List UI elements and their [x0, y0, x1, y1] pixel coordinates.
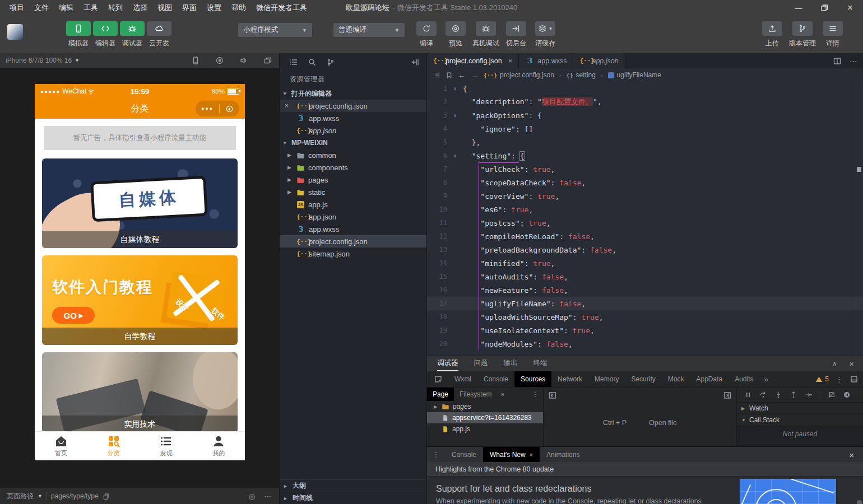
tree-file-app.js[interactable]: JSapp.js — [280, 198, 426, 211]
kebab-menu-icon[interactable]: ⋮ — [427, 451, 445, 459]
devtools-tab-Security[interactable]: Security — [625, 371, 661, 387]
debugger-tab-输出[interactable]: 输出 — [504, 356, 518, 371]
code-editor[interactable]: 1 ∨ { 2 "description": "项目配置文件。", 3 ∨ "p… — [427, 82, 863, 356]
debugger-tab-问题[interactable]: 问题 — [474, 356, 488, 371]
devtools-tab-Mock[interactable]: Mock — [662, 371, 690, 387]
editor-tab-app.wxss[interactable]: Зapp.wxss — [519, 53, 573, 68]
action-background-icon[interactable]: 切后台 — [502, 21, 531, 48]
phone-tab-category-icon[interactable]: 分类 — [87, 432, 140, 460]
bookmark-icon[interactable] — [446, 72, 453, 79]
action-layers-icon[interactable]: ▼ 清缓存 — [531, 21, 560, 48]
sound-icon[interactable] — [239, 56, 248, 65]
tree-file-app.wxss[interactable]: Зapp.wxss — [280, 223, 426, 235]
devtools-tab-Wxml[interactable]: Wxml — [448, 371, 477, 387]
sources-tree-file[interactable]: app.js — [427, 423, 543, 435]
menu-item-4[interactable]: 转到 — [103, 0, 128, 16]
inspect-icon[interactable] — [434, 375, 443, 384]
pause-exceptions-icon[interactable] — [843, 391, 851, 399]
sources-pane-tab-Page[interactable]: Page — [427, 388, 454, 401]
deactivate-breakpoints-icon[interactable] — [828, 391, 836, 399]
kebab-menu-icon[interactable]: ⋮ — [532, 390, 539, 398]
close-tab-icon[interactable]: × — [508, 57, 513, 65]
debugger-tab-终端[interactable]: 终端 — [533, 356, 548, 371]
close-tab-icon[interactable]: × — [530, 451, 533, 458]
record-icon[interactable] — [215, 56, 224, 65]
menu-item-9[interactable]: 帮助 — [226, 0, 251, 16]
toggle-debug-icon[interactable]: 调试器 — [119, 21, 146, 48]
page-path-label[interactable]: 页面路径 — [7, 492, 34, 501]
close-icon[interactable]: × — [285, 102, 289, 110]
menu-item-6[interactable]: 视图 — [152, 0, 177, 16]
back-icon[interactable]: ← — [458, 71, 466, 80]
devtools-tab-Console[interactable]: Console — [477, 371, 514, 387]
compile-mode-select[interactable]: 普通编译▼ — [333, 23, 405, 37]
show-debugger-icon[interactable] — [723, 391, 732, 400]
sources-pane-tab-Filesystem[interactable]: Filesystem — [454, 388, 497, 401]
show-navigator-icon[interactable] — [548, 391, 557, 400]
menu-item-2[interactable]: 编辑 — [54, 0, 78, 16]
project-section[interactable]: ▾ MP-WEIXIN — [280, 137, 426, 149]
fold-icon[interactable]: ∨ — [447, 113, 463, 118]
device-selector[interactable]: iPhone 6/7/8 100% 16▼ — [6, 57, 80, 64]
step-icon[interactable] — [805, 391, 813, 399]
category-card-practical[interactable]: 实用技术 — [42, 352, 238, 433]
toggle-code-icon[interactable]: 编辑器 — [92, 21, 119, 48]
action-branch-icon[interactable]: 版本管理 — [787, 21, 818, 48]
open-editor-row[interactable]: Зapp.wxss — [280, 112, 426, 124]
outline-icon[interactable] — [433, 71, 440, 79]
more-icon[interactable]: ●●● — [201, 106, 214, 111]
dock-icon[interactable] — [850, 375, 859, 384]
menu-item-0[interactable]: 项目 — [4, 0, 29, 16]
debugger-tab-调试器[interactable]: 调试器 — [437, 356, 458, 371]
action-upload-icon[interactable]: 上传 — [758, 21, 787, 48]
restore-button[interactable] — [811, 0, 837, 16]
menu-item-7[interactable]: 界面 — [177, 0, 202, 16]
more-icon[interactable]: ⋯ — [850, 57, 857, 66]
toggle-phone-icon[interactable]: 模拟器 — [65, 21, 92, 48]
sources-tree-folder[interactable]: ▶ pages — [427, 401, 543, 412]
action-refresh-icon[interactable]: 编译 — [412, 21, 441, 48]
detach-window-icon[interactable] — [263, 56, 272, 65]
more-icon[interactable]: ⋯ — [264, 492, 271, 501]
file-list-icon[interactable] — [289, 58, 298, 67]
scrollbar-marker[interactable] — [857, 167, 861, 172]
independent-window-icon[interactable]: ◎ — [249, 492, 255, 501]
tree-folder-pages[interactable]: ▶ pages — [280, 174, 426, 186]
copy-icon[interactable] — [103, 493, 110, 500]
breadcrumb-section[interactable]: {}setting — [567, 71, 596, 79]
git-branch-icon[interactable] — [326, 58, 335, 67]
close-drawer-icon[interactable]: × — [849, 450, 854, 460]
warning-badge[interactable]: 5 — [815, 375, 829, 383]
phone-tab-profile-icon[interactable]: 我的 — [192, 432, 245, 460]
close-button[interactable]: × — [837, 0, 863, 16]
drawer-scrollbar[interactable] — [857, 500, 862, 504]
category-card-software[interactable]: 设计 软件 软件入门教程 GO▶ 自学教程 — [42, 255, 238, 345]
split-editor-icon[interactable] — [833, 57, 842, 66]
phone-tab-discover-icon[interactable]: 发现 — [140, 432, 193, 460]
breadcrumb-file[interactable]: {··}project.config.json — [484, 71, 554, 79]
menu-item-3[interactable]: 工具 — [78, 0, 103, 16]
watch-section[interactable]: ▶ Watch — [737, 403, 863, 414]
avatar[interactable] — [7, 24, 23, 40]
tree-folder-static[interactable]: ▶ static — [280, 186, 426, 198]
tree-file-project.config.json[interactable]: {··}project.config.json — [280, 235, 426, 248]
devtools-tab-AppData[interactable]: AppData — [690, 371, 729, 387]
devtools-tab-Sources[interactable]: Sources — [514, 371, 551, 387]
pause-icon[interactable] — [744, 391, 752, 399]
action-eye-icon[interactable]: 预览 — [441, 21, 470, 48]
category-card-zimeiti[interactable]: 自媒体 自媒体教程 — [42, 158, 238, 248]
call-stack-section[interactable]: ▼ Call Stack — [737, 414, 863, 426]
menu-item-8[interactable]: 设置 — [202, 0, 226, 16]
fold-icon[interactable]: ∨ — [447, 153, 463, 158]
toggle-cloud-icon[interactable]: 云开发 — [146, 21, 173, 48]
go-button[interactable]: GO▶ — [52, 307, 95, 324]
rotate-device-icon[interactable] — [191, 56, 200, 65]
menu-item-1[interactable]: 文件 — [29, 0, 54, 16]
editor-tab-app.json[interactable]: {··}app.json — [573, 53, 625, 68]
close-icon[interactable]: × — [849, 359, 854, 368]
kebab-menu-icon[interactable]: ⋮ — [836, 375, 843, 384]
explorer-section-1[interactable]: ▸时间线 — [280, 492, 426, 504]
sources-tree-file[interactable]: appservice?t=1614326283 — [427, 412, 543, 423]
drawer-tab[interactable]: Console — [445, 447, 483, 462]
open-editors-section[interactable]: ▾ 打开的编辑器 — [280, 87, 426, 100]
